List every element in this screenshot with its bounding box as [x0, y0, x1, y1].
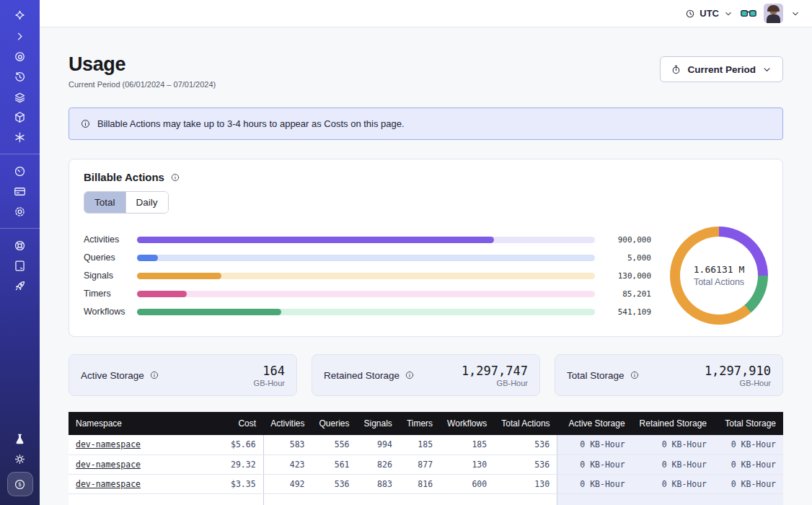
- chevron-down-icon: [790, 9, 800, 19]
- value-cell: 561: [312, 454, 356, 474]
- info-icon[interactable]: [170, 172, 180, 183]
- storage-card-value-block: 164GB-Hour: [254, 364, 285, 387]
- flask-icon: [13, 432, 27, 446]
- value-cell: $5.66: [203, 435, 263, 454]
- namespace-link[interactable]: dev-namespace: [76, 479, 141, 489]
- sidebar-item-labs[interactable]: [9, 429, 31, 449]
- bar-label: Workflows: [84, 307, 137, 317]
- temporal-logo-icon: [13, 9, 27, 23]
- dollar-coin-icon: $: [13, 478, 27, 491]
- value-cell: [440, 493, 494, 505]
- bar-track: [137, 291, 595, 297]
- page-subtitle: Current Period (06/01/2024 – 07/01/2024): [69, 80, 216, 89]
- value-cell: [400, 493, 440, 505]
- tab-total[interactable]: Total: [84, 192, 125, 213]
- sidebar-item-history[interactable]: [9, 66, 31, 87]
- namespace-cell: dev-namespace: [69, 474, 203, 493]
- user-avatar[interactable]: [764, 4, 783, 23]
- value-cell: 0 KB-Hour: [714, 454, 783, 474]
- bar-value: 900,000: [595, 235, 651, 245]
- bar-value: 5,000: [595, 253, 651, 263]
- column-header-activities: Activities: [263, 412, 312, 435]
- sidebar-item-settings[interactable]: [9, 201, 31, 221]
- sidebar-item-docs[interactable]: [9, 255, 31, 276]
- storage-card-label: Active Storage: [81, 370, 159, 381]
- value-cell: 0 KB-Hour: [714, 474, 783, 493]
- user-menu-button[interactable]: [790, 9, 800, 19]
- billable-bar-chart: Activities900,000Queries5,000Signals130,…: [84, 231, 651, 321]
- value-cell: [263, 493, 312, 505]
- temporal-logo[interactable]: [9, 6, 31, 26]
- storage-value: 1,297,910: [705, 364, 771, 378]
- bar-value: 85,201: [595, 289, 651, 299]
- bar-row-timers: Timers85,201: [84, 285, 651, 303]
- info-icon[interactable]: [630, 370, 640, 380]
- collapse-nav-button[interactable]: [9, 26, 31, 46]
- theme-toggle[interactable]: [9, 449, 31, 469]
- column-header-signals: Signals: [357, 412, 400, 435]
- storage-card-retained-storage: Retained Storage1,297,747GB-Hour: [312, 354, 540, 396]
- value-cell: 816: [400, 474, 440, 493]
- billing-shortcut-highlight: $: [7, 472, 33, 496]
- value-cell: 0 KB-Hour: [632, 454, 714, 474]
- namespace-link[interactable]: dev-namespace: [76, 439, 141, 449]
- sidebar-item-schedules[interactable]: [9, 127, 31, 147]
- billable-actions-card: Billable Actions TotalDaily Activities90…: [69, 159, 783, 337]
- info-icon[interactable]: [405, 370, 415, 380]
- sidebar-item-deployments[interactable]: [9, 107, 31, 127]
- bar-fill: [137, 309, 281, 315]
- bar-row-signals: Signals130,000: [84, 267, 651, 285]
- storage-unit: GB-Hour: [705, 379, 771, 387]
- storage-card-label: Retained Storage: [324, 370, 415, 381]
- namespace-usage-table-wrap: NamespaceCostActivitiesQueriesSignalsTim…: [69, 412, 783, 505]
- storage-value: 164: [254, 364, 285, 378]
- tab-daily[interactable]: Daily: [125, 192, 168, 213]
- storage-card-total-storage: Total Storage1,297,910GB-Hour: [555, 354, 783, 396]
- namespaces-icon: [13, 50, 27, 63]
- sidebar-item-usage[interactable]: [9, 161, 31, 181]
- timezone-selector[interactable]: UTC: [685, 8, 733, 19]
- storage-card-label: Total Storage: [567, 370, 640, 381]
- accessibility-glasses-button[interactable]: [741, 8, 756, 19]
- sidebar-item-layers[interactable]: [9, 87, 31, 107]
- chevron-down-icon: [723, 9, 733, 19]
- value-cell: 536: [312, 474, 356, 493]
- bar-label: Timers: [84, 289, 137, 299]
- bar-row-workflows: Workflows541,109: [84, 303, 651, 321]
- column-header-timers: Timers: [400, 412, 440, 435]
- value-cell: [714, 493, 783, 505]
- sidebar-divider: [0, 228, 40, 229]
- billable-card-header: Billable Actions: [84, 171, 768, 183]
- info-icon: [80, 118, 91, 129]
- bar-track: [137, 237, 595, 243]
- bar-value: 541,109: [595, 307, 651, 317]
- value-cell: 556: [312, 435, 356, 454]
- column-header-active-storage: Active Storage: [557, 412, 632, 435]
- storage-card-active-storage: Active Storage164GB-Hour: [69, 354, 297, 396]
- bar-fill: [137, 273, 221, 279]
- period-selector-button[interactable]: Current Period: [660, 56, 783, 82]
- info-icon[interactable]: [149, 370, 159, 380]
- topbar: UTC: [40, 0, 812, 27]
- storage-label-text: Total Storage: [567, 370, 625, 381]
- storage-label-text: Retained Storage: [324, 370, 400, 381]
- storage-unit: GB-Hour: [254, 379, 285, 387]
- value-cell: 0 KB-Hour: [557, 454, 632, 474]
- value-cell: 0 KB-Hour: [632, 474, 714, 493]
- namespace-link[interactable]: dev-namespace: [76, 460, 141, 470]
- sidebar-item-billing[interactable]: [9, 181, 31, 201]
- value-cell: 994: [357, 435, 400, 454]
- credits-button[interactable]: $: [9, 474, 31, 494]
- page-head-text: Usage Current Period (06/01/2024 – 07/01…: [69, 53, 216, 89]
- sidebar-item-support[interactable]: [9, 235, 31, 255]
- bar-value: 130,000: [595, 271, 651, 281]
- cube-icon: [13, 110, 27, 124]
- value-cell: 583: [263, 435, 312, 454]
- content-area: Usage Current Period (06/01/2024 – 07/01…: [40, 27, 812, 505]
- column-header-workflows: Workflows: [440, 412, 494, 435]
- sidebar-item-getting-started[interactable]: [9, 276, 31, 296]
- value-cell: $3.35: [203, 474, 263, 493]
- value-cell: 492: [263, 474, 312, 493]
- sidebar-item-namespaces[interactable]: [9, 46, 31, 66]
- donut-center: 1.66131 M Total Actions: [680, 237, 758, 315]
